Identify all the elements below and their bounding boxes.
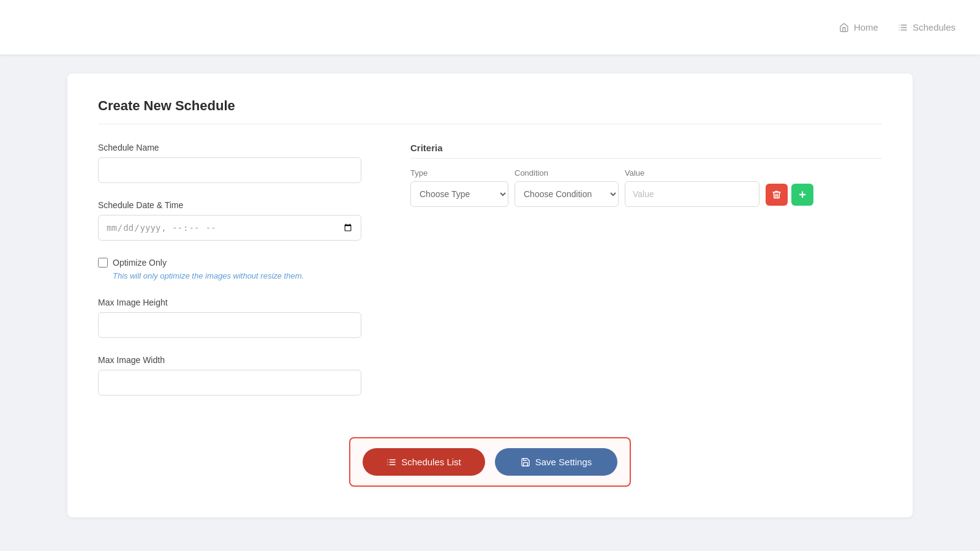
max-image-width-group: Max Image Width	[98, 355, 361, 395]
optimize-only-hint: This will only optimize the images witho…	[113, 271, 361, 280]
optimize-only-label[interactable]: Optimize Only	[113, 258, 167, 268]
schedule-datetime-input[interactable]	[98, 215, 361, 241]
nav-links: Home Schedules	[839, 22, 956, 32]
plus-icon: +	[799, 188, 806, 202]
criteria-actions: +	[766, 184, 813, 207]
top-navigation: Home Schedules	[0, 0, 980, 55]
optimize-checkbox-row: Optimize Only	[98, 258, 361, 268]
optimize-only-checkbox[interactable]	[98, 258, 108, 268]
form-layout: Schedule Name Schedule Date & Time Optim…	[98, 143, 882, 413]
criteria-condition-select[interactable]: Choose Condition	[514, 181, 619, 207]
criteria-row: Type Choose Type Condition Choose Condit…	[410, 168, 882, 207]
schedule-name-input[interactable]	[98, 157, 361, 183]
schedules-nav-label: Schedules	[913, 22, 956, 32]
criteria-condition-label: Condition	[514, 168, 619, 178]
max-image-width-label: Max Image Width	[98, 355, 361, 365]
list-icon	[386, 457, 396, 467]
schedules-nav-link[interactable]: Schedules	[898, 22, 956, 32]
schedule-name-group: Schedule Name	[98, 143, 361, 183]
form-right: Criteria Type Choose Type Condition Choo…	[410, 143, 882, 413]
add-criteria-button[interactable]: +	[791, 184, 813, 206]
criteria-title: Criteria	[410, 143, 882, 159]
schedule-name-label: Schedule Name	[98, 143, 361, 152]
max-image-height-label: Max Image Height	[98, 298, 361, 307]
max-image-height-input[interactable]	[98, 312, 361, 338]
bottom-bar: Schedules List Save Settings	[349, 437, 631, 487]
home-nav-label: Home	[854, 22, 878, 32]
save-settings-button[interactable]: Save Settings	[495, 448, 617, 476]
page-title: Create New Schedule	[98, 98, 882, 124]
form-card: Create New Schedule Schedule Name Schedu…	[67, 73, 913, 517]
save-icon	[521, 457, 530, 467]
home-icon	[839, 23, 849, 32]
schedules-list-button[interactable]: Schedules List	[363, 448, 485, 476]
delete-criteria-button[interactable]	[766, 184, 788, 206]
schedule-datetime-label: Schedule Date & Time	[98, 200, 361, 210]
criteria-value-field: Value	[625, 168, 760, 207]
trash-icon	[772, 190, 782, 200]
criteria-type-select[interactable]: Choose Type	[410, 181, 508, 207]
max-image-height-group: Max Image Height	[98, 298, 361, 338]
criteria-value-label: Value	[625, 168, 760, 178]
criteria-value-input[interactable]	[625, 181, 760, 207]
max-image-width-input[interactable]	[98, 370, 361, 395]
criteria-condition-field: Condition Choose Condition	[514, 168, 619, 207]
home-nav-link[interactable]: Home	[839, 22, 878, 32]
save-settings-label: Save Settings	[535, 457, 592, 467]
criteria-type-label: Type	[410, 168, 508, 178]
form-left: Schedule Name Schedule Date & Time Optim…	[98, 143, 361, 413]
schedules-list-label: Schedules List	[401, 457, 461, 467]
schedule-datetime-group: Schedule Date & Time	[98, 200, 361, 241]
optimize-only-group: Optimize Only This will only optimize th…	[98, 258, 361, 280]
main-content: Create New Schedule Schedule Name Schedu…	[0, 55, 980, 536]
criteria-type-field: Type Choose Type	[410, 168, 508, 207]
schedules-icon	[898, 23, 908, 32]
